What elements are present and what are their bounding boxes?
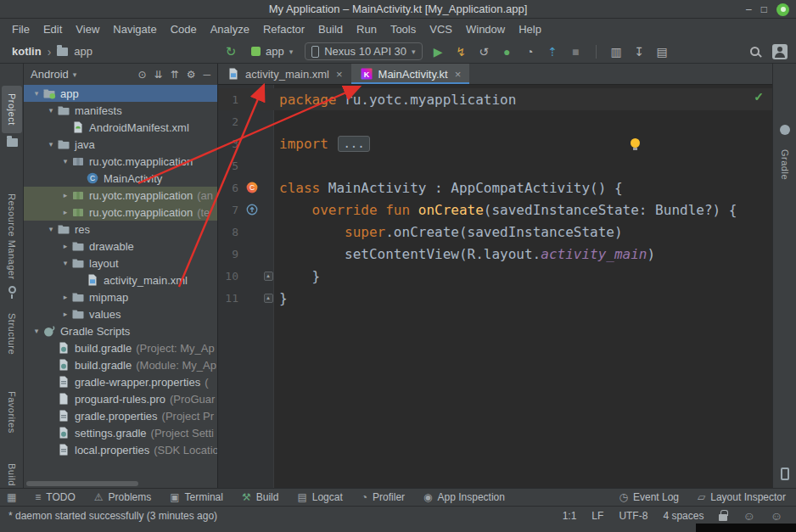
menu-help[interactable]: Help <box>512 23 548 36</box>
lock-icon[interactable] <box>719 514 727 521</box>
code-line-10[interactable]: 10▴ } <box>218 265 772 287</box>
tree-arrow-icon[interactable]: ▾ <box>59 157 71 165</box>
inspections-ok-icon[interactable]: ✓ <box>754 90 764 104</box>
menu-vcs[interactable]: VCS <box>423 23 459 36</box>
tree-row-res[interactable]: ▾res <box>24 221 217 238</box>
stripe-project[interactable]: Project <box>2 86 22 133</box>
pin-icon[interactable] <box>0 286 24 294</box>
avatar[interactable] <box>772 44 788 59</box>
collapse-all-icon[interactable]: ⇈ <box>171 69 179 81</box>
code-line-2[interactable]: 2 <box>218 110 772 132</box>
tool-window-logcat[interactable]: ▤Logcat <box>297 491 342 503</box>
breadcrumb-app[interactable]: app <box>74 45 92 58</box>
tree-row-app[interactable]: ▾app <box>24 85 217 102</box>
tree-row-layout[interactable]: ▾layout <box>24 255 217 272</box>
run-icon[interactable]: ▶ <box>429 45 448 59</box>
stripe-favorites[interactable]: Favorites <box>2 386 22 439</box>
tree-row-build-gradle[interactable]: build.gradle(Project: My_Ap <box>24 339 217 356</box>
breadcrumb-kotlin[interactable]: kotlin <box>12 45 42 58</box>
close-icon[interactable] <box>776 3 789 16</box>
apply-code-changes-icon[interactable]: ↺ <box>474 45 494 59</box>
menu-file[interactable]: File <box>5 23 36 36</box>
tree-arrow-icon[interactable]: ▸ <box>59 208 71 216</box>
search-icon[interactable] <box>750 47 760 56</box>
tree-arrow-icon[interactable]: ▾ <box>31 327 42 335</box>
line-separator[interactable]: LF <box>591 510 603 522</box>
profile-icon[interactable]: ◔ <box>520 45 540 59</box>
tree-row-gradle-wrapper-properties[interactable]: gradle-wrapper.properties( <box>24 373 217 390</box>
tree-row-gradle-scripts[interactable]: ▾Gradle Scripts <box>24 322 217 339</box>
tree-row-androidmanifest-xml[interactable]: AndroidManifest.xml <box>24 119 217 136</box>
kotlin-class-gutter-icon[interactable]: C <box>245 181 259 194</box>
code-line-9[interactable]: 9 setContentView(R.layout.activity_main) <box>218 243 772 265</box>
tree-row-ru-yotc-myapplication[interactable]: ▾ru.yotc.myapplication <box>24 153 217 170</box>
tree-arrow-icon[interactable]: ▸ <box>59 242 71 250</box>
tool-window-event-log[interactable]: ◷Event Log <box>619 491 680 503</box>
menu-build[interactable]: Build <box>311 23 350 36</box>
tree-row-mainactivity[interactable]: CMainActivity <box>24 170 217 187</box>
tree-row-gradle-properties[interactable]: gradle.properties(Project Pr <box>24 407 217 424</box>
attach-debugger-icon[interactable]: ⇡ <box>543 45 563 59</box>
code-line-11[interactable]: 11▴} <box>218 287 772 309</box>
code-line-1[interactable]: 1package ru.yotc.myapplication <box>218 88 772 110</box>
maximize-icon[interactable]: □ <box>761 4 767 14</box>
tree-arrow-icon[interactable]: ▾ <box>45 140 57 148</box>
tree-arrow-icon[interactable]: ▾ <box>31 89 42 98</box>
tree-arrow-icon[interactable]: ▾ <box>45 106 57 115</box>
file-encoding[interactable]: UTF-8 <box>619 510 647 522</box>
menu-refactor[interactable]: Refactor <box>256 23 311 36</box>
code-line-6[interactable]: 6Cclass MainActivity : AppCompatActivity… <box>218 176 772 199</box>
menu-edit[interactable]: Edit <box>36 23 69 36</box>
menu-navigate[interactable]: Navigate <box>106 23 163 36</box>
tree-row-proguard-rules-pro[interactable]: proguard-rules.pro(ProGuar <box>24 390 217 407</box>
menu-tools[interactable]: Tools <box>384 23 423 36</box>
tool-window-problems[interactable]: ⚠Problems <box>94 491 151 503</box>
run-config-select[interactable]: app ▾ <box>245 43 299 59</box>
tree-row-manifests[interactable]: ▾manifests <box>24 102 217 119</box>
stripe-structure[interactable]: Structure <box>2 308 22 361</box>
device-select[interactable]: Nexus 10 API 30 ▾ <box>305 42 422 60</box>
emulator-icon[interactable] <box>773 468 796 480</box>
override-method-icon[interactable] <box>245 203 259 216</box>
tool-window-todo[interactable]: ≡TODO <box>35 491 75 503</box>
sync-icon[interactable]: ↻ <box>222 44 239 59</box>
menu-view[interactable]: View <box>69 23 106 36</box>
caret-position[interactable]: 1:1 <box>563 510 577 522</box>
minimize-icon[interactable]: – <box>746 4 752 14</box>
device-file-explorer-icon[interactable]: ▤ <box>653 45 672 59</box>
stop-icon[interactable]: ■ <box>566 45 586 59</box>
tree-row-drawable[interactable]: ▸drawable <box>24 238 217 255</box>
sdk-manager-icon[interactable]: ↧ <box>630 45 649 59</box>
smiley-icon[interactable]: ☺ <box>743 509 754 523</box>
tree-arrow-icon[interactable]: ▾ <box>59 259 71 267</box>
expand-all-icon[interactable]: ⇊ <box>154 69 163 81</box>
menu-run[interactable]: Run <box>350 23 384 36</box>
tool-window-switcher-icon[interactable]: ▦ <box>7 491 16 503</box>
tree-row-local-properties[interactable]: local.properties(SDK Locatio <box>24 441 217 458</box>
locate-icon[interactable]: ⊙ <box>138 69 147 81</box>
menu-analyze[interactable]: Analyze <box>204 23 256 36</box>
tab-mainactivity-kt[interactable]: KMainActivity.kt× <box>351 64 470 84</box>
tool-window-profiler[interactable]: ◔Profiler <box>362 491 405 503</box>
settings-icon[interactable]: ⚙ <box>187 69 196 81</box>
tree-row-ru-yotc-myapplication[interactable]: ▸ru.yotc.myapplication(te <box>24 204 217 221</box>
tree-row-activity-main-xml[interactable]: activity_main.xml <box>24 272 217 288</box>
apply-changes-icon[interactable]: ↯ <box>451 45 471 59</box>
code-line-7[interactable]: 7 override fun onCreate(savedInstanceSta… <box>218 199 772 221</box>
debug-icon[interactable]: ● <box>497 45 517 59</box>
tree-row-ru-yotc-myapplication[interactable]: ▸ru.yotc.myapplication(an <box>24 187 217 204</box>
indent-setting[interactable]: 4 spaces <box>663 510 704 522</box>
smiley-icon[interactable]: ☺ <box>771 509 782 523</box>
tree-row-java[interactable]: ▾java <box>24 136 217 153</box>
tree-arrow-icon[interactable]: ▸ <box>59 293 71 301</box>
tab-activity-main-xml[interactable]: activity_main.xml× <box>218 64 351 84</box>
tool-window-terminal[interactable]: ▣Terminal <box>170 491 223 503</box>
menu-window[interactable]: Window <box>459 23 512 36</box>
tool-window-layout-inspector[interactable]: ▱Layout Inspector <box>698 491 786 503</box>
hide-icon[interactable]: ─ <box>203 69 210 81</box>
tree-arrow-icon[interactable]: ▸ <box>59 310 71 318</box>
code-line-8[interactable]: 8 super.onCreate(savedInstanceState) <box>218 221 772 243</box>
editor-body[interactable]: 1package ru.yotc.myapplication23import .… <box>218 85 772 488</box>
tab-close-icon[interactable]: × <box>455 68 462 81</box>
code-line-3[interactable]: 3import ... <box>218 132 772 154</box>
